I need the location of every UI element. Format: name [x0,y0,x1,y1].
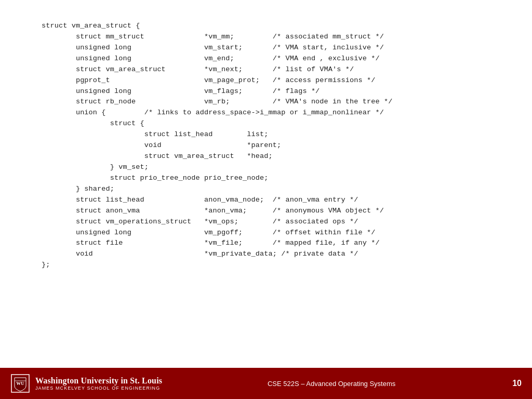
svg-text:WU: WU [16,381,24,386]
university-name: Washington University in St. Louis [35,376,162,385]
slide-content: struct vm_area_struct { struct mm_struct… [0,0,532,368]
code-block: struct vm_area_struct { struct mm_struct… [42,21,392,271]
footer-logo: WU Washington University in St. Louis Ja… [10,374,162,393]
wustl-shield-icon: WU [10,374,30,393]
footer-school-name: Washington University in St. Louis James… [35,376,162,392]
page-number: 10 [501,379,522,388]
footer: WU Washington University in St. Louis Ja… [0,368,532,399]
school-name: James McKelvey School of Engineering [35,385,162,392]
course-name: CSE 522S – Advanced Operating Systems [162,380,501,388]
